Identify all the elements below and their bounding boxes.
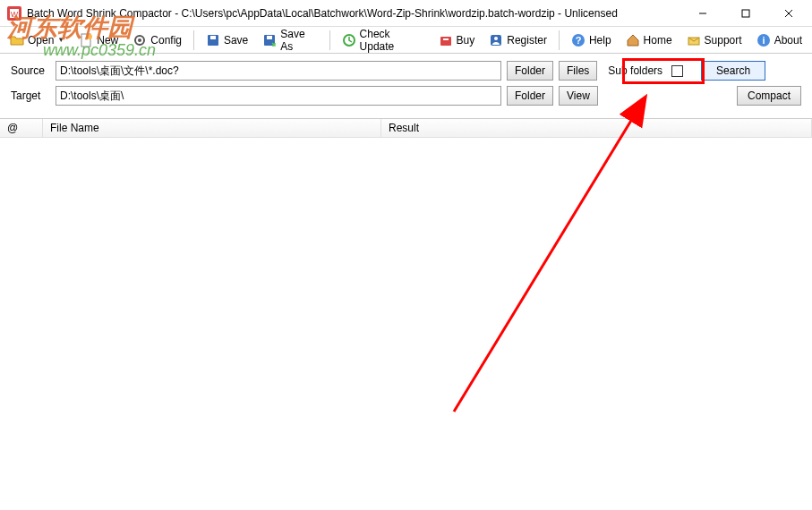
source-input[interactable] xyxy=(56,61,501,81)
separator xyxy=(329,30,330,50)
register-icon xyxy=(489,33,503,47)
svg-rect-12 xyxy=(210,36,216,39)
table-header: @ File Name Result xyxy=(0,118,812,138)
subfolders-checkbox[interactable] xyxy=(671,65,683,77)
source-row: Source Folder Files Sub folders Search xyxy=(11,61,801,81)
checkupdate-button[interactable]: Check Update xyxy=(336,25,431,55)
svg-point-19 xyxy=(494,37,498,40)
support-icon xyxy=(687,33,701,47)
svg-text:W: W xyxy=(11,10,19,19)
form-area: Source Folder Files Sub folders Search T… xyxy=(0,54,812,118)
search-button[interactable]: Search xyxy=(701,61,765,81)
source-folder-button[interactable]: Folder xyxy=(507,61,553,81)
support-label: Support xyxy=(705,34,742,47)
separator xyxy=(559,30,560,50)
svg-rect-14 xyxy=(267,36,272,39)
saveas-button[interactable]: Save As xyxy=(256,25,323,55)
home-button[interactable]: Home xyxy=(620,30,679,50)
titlebar: W Batch Word Shrink Compactor - C:\Users… xyxy=(0,0,812,27)
save-label: Save xyxy=(224,34,248,47)
close-button[interactable] xyxy=(776,4,801,22)
minimize-button[interactable] xyxy=(690,4,715,22)
about-button[interactable]: i About xyxy=(750,30,808,50)
help-button[interactable]: ? Help xyxy=(565,30,618,50)
window-controls xyxy=(690,4,801,22)
register-label: Register xyxy=(507,34,547,47)
maximize-button[interactable] xyxy=(733,4,758,22)
view-button[interactable]: View xyxy=(559,86,598,106)
save-icon xyxy=(206,33,220,47)
target-folder-button[interactable]: Folder xyxy=(507,86,553,106)
saveas-label: Save As xyxy=(280,28,317,53)
home-icon xyxy=(626,33,640,47)
source-label: Source xyxy=(11,64,50,77)
svg-point-8 xyxy=(87,34,92,39)
help-icon: ? xyxy=(571,33,585,47)
svg-rect-4 xyxy=(742,10,749,17)
files-button[interactable]: Files xyxy=(559,61,597,81)
buy-label: Buy xyxy=(457,34,475,47)
gear-icon xyxy=(132,33,147,47)
col-filename[interactable]: File Name xyxy=(43,119,381,137)
col-at[interactable]: @ xyxy=(0,119,43,137)
svg-line-25 xyxy=(454,98,645,412)
app-icon: W xyxy=(7,6,21,21)
update-icon xyxy=(342,33,356,47)
toolbar: Open ▼ New Config Save Save As Check Upd… xyxy=(0,27,812,54)
support-button[interactable]: Support xyxy=(680,30,748,50)
buy-button[interactable]: Buy xyxy=(432,30,482,50)
new-button[interactable]: New xyxy=(73,30,124,50)
svg-text:i: i xyxy=(762,35,765,46)
saveas-icon xyxy=(262,33,277,47)
help-label: Help xyxy=(589,34,611,47)
chevron-down-icon: ▼ xyxy=(57,36,64,44)
open-label: Open xyxy=(28,34,54,47)
save-button[interactable]: Save xyxy=(200,30,254,50)
open-button[interactable]: Open ▼ xyxy=(4,30,71,50)
config-button[interactable]: Config xyxy=(126,30,188,50)
svg-rect-16 xyxy=(440,37,451,46)
checkupdate-label: Check Update xyxy=(360,28,424,53)
config-label: Config xyxy=(150,34,182,47)
subfolders-label: Sub folders xyxy=(608,64,662,77)
window-title: Batch Word Shrink Compactor - C:\Users\p… xyxy=(27,7,690,20)
svg-text:?: ? xyxy=(576,35,582,46)
home-label: Home xyxy=(644,34,672,47)
about-label: About xyxy=(774,34,802,47)
compact-button[interactable]: Compact xyxy=(737,86,801,106)
target-label: Target xyxy=(11,89,50,102)
folder-open-icon xyxy=(10,33,24,47)
cart-icon xyxy=(439,33,453,47)
separator xyxy=(193,30,194,50)
col-result[interactable]: Result xyxy=(381,119,812,137)
new-label: New xyxy=(97,34,118,47)
svg-rect-17 xyxy=(443,38,449,40)
target-input[interactable] xyxy=(56,86,501,106)
svg-point-10 xyxy=(138,38,141,42)
target-row: Target Folder View Compact xyxy=(11,86,801,106)
new-doc-icon xyxy=(79,33,93,47)
register-button[interactable]: Register xyxy=(483,30,553,50)
info-icon: i xyxy=(756,33,771,47)
